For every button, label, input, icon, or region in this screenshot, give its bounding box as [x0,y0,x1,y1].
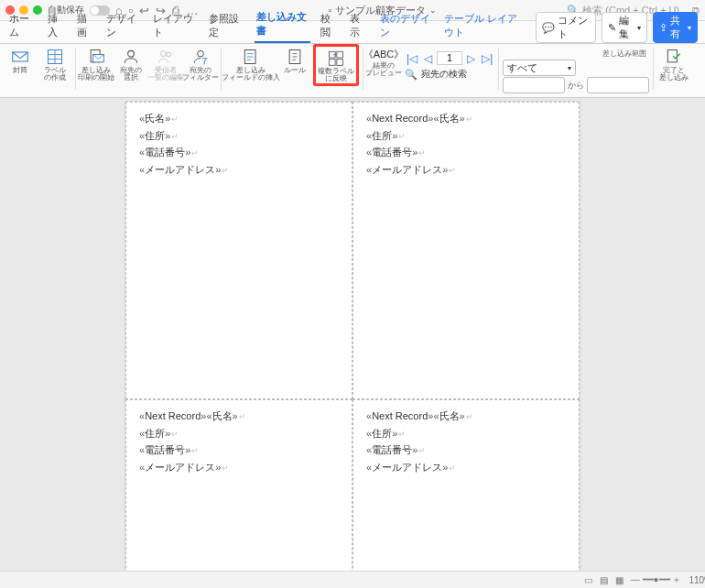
record-navigation: |◁ ◁ ▷ ▷| [405,51,494,65]
merge-field-line: 住所↵ [139,127,339,145]
merge-field-line: 住所↵ [366,425,566,442]
merge-field-line: メールアドレス↵ [139,161,339,179]
prev-record-button[interactable]: ◁ [422,52,434,65]
ribbon: 封筒 ラベル の作成 差し込み 印刷の開始 宛先の 選択 受信者 一覧の編集 宛… [0,44,705,98]
label-sheet: 氏名↵住所↵電話番号↵メールアドレス↵Next Record氏名↵住所↵電話番号… [125,102,580,588]
document-canvas[interactable]: 氏名↵住所↵電話番号↵メールアドレス↵Next Record氏名↵住所↵電話番号… [0,98,705,588]
merge-field-line: Next Record氏名↵ [366,408,566,425]
autosave-toggle[interactable] [90,5,110,16]
svg-point-9 [167,52,171,57]
envelopes-button[interactable]: 封筒 [4,46,37,74]
tab-10[interactable]: テーブル レイアウト [442,8,527,43]
chevron-down-icon: ▾ [688,24,691,32]
svg-rect-19 [337,60,343,66]
svg-rect-20 [668,50,678,62]
range-to-input[interactable] [587,77,649,93]
merge-field-line: 住所↵ [366,127,566,145]
view-focus-icon[interactable]: ▭ [584,575,592,585]
merge-range-group: 差し込み範囲 すべて▾ から [503,49,649,93]
zoom-slider[interactable]: — ━━●━━ ＋ [631,573,682,586]
editing-button[interactable]: ✎編集▾ [602,12,646,43]
svg-rect-17 [337,51,343,58]
from-label: から [568,80,584,92]
share-button[interactable]: ⇪共有▾ [653,12,698,43]
range-from-input[interactable] [503,77,565,93]
tab-5[interactable]: 参照設定 [207,8,245,43]
zoom-level[interactable]: 110% [689,575,705,585]
merge-field-line: Next Record氏名↵ [139,408,339,425]
view-web-icon[interactable]: ▦ [615,575,624,585]
range-select[interactable]: すべて▾ [503,60,576,76]
view-print-icon[interactable]: ▤ [600,575,608,585]
update-labels-button[interactable]: 複数ラベル に反映 [313,44,359,86]
merge-field-line: 電話番号↵ [366,441,566,459]
svg-rect-18 [330,60,336,66]
merge-field-line: メールアドレス↵ [366,459,566,476]
merge-field-line: メールアドレス↵ [139,459,339,476]
comment-icon: 💬 [542,22,555,34]
find-recipient-button[interactable]: 宛先の検索 [421,68,467,81]
edit-recipients-button[interactable]: 受信者 一覧の編集 [149,46,182,82]
svg-point-8 [161,51,167,57]
tab-1[interactable]: 挿入 [46,8,67,43]
label-cell[interactable]: Next Record氏名↵住所↵電話番号↵メールアドレス↵ [352,399,580,588]
merge-field-line: Next Record氏名↵ [366,110,566,127]
merge-field-line: 電話番号↵ [366,144,566,161]
chevron-down-icon: ▾ [568,64,571,72]
comments-button[interactable]: 💬コメント [536,12,596,43]
filter-recipients-button[interactable]: 宛先の フィルター [184,46,217,82]
tab-7[interactable]: 校閲 [319,8,340,43]
abc-icon: 《ABC》 [363,48,405,61]
status-bar: ▭ ▤ ▦ — ━━●━━ ＋ 110% [0,571,705,588]
label-cell[interactable]: Next Record氏名↵住所↵電話番号↵メールアドレス↵ [125,399,352,588]
chevron-down-icon: ▾ [637,24,641,32]
merge-field-line: 氏名↵ [139,110,339,127]
svg-point-7 [128,50,135,57]
tab-3[interactable]: デザイン [104,8,143,43]
tab-9[interactable]: 表のデザイン [378,8,435,43]
merge-field-line: メールアドレス↵ [366,161,566,179]
search-icon: 🔍 [405,69,418,81]
start-mail-merge-button[interactable]: 差し込み 印刷の開始 [80,46,113,82]
first-record-button[interactable]: |◁ [405,52,419,65]
merge-field-line: 住所↵ [139,425,339,442]
last-record-button[interactable]: ▷| [480,52,494,65]
labels-button[interactable]: ラベル の作成 [38,46,71,82]
pencil-icon: ✎ [608,22,616,34]
merge-field-line: 電話番号↵ [139,441,339,459]
label-cell[interactable]: Next Record氏名↵住所↵電話番号↵メールアドレス↵ [352,102,580,399]
ribbon-tabs: ホーム挿入描画デザインレイアウト参照設定差し込み文書校閲表示表のデザインテーブル… [0,21,705,44]
tab-4[interactable]: レイアウト [151,8,199,43]
merge-field-line: 電話番号↵ [139,144,339,161]
select-recipients-button[interactable]: 宛先の 選択 [114,46,147,82]
tab-6[interactable]: 差し込み文書 [255,6,311,43]
label-cell[interactable]: 氏名↵住所↵電話番号↵メールアドレス↵ [125,102,352,399]
record-number-input[interactable] [437,51,462,65]
rules-button[interactable]: ルール [278,46,311,74]
insert-merge-field-button[interactable]: 差し込み フィールドの挿入 [225,46,277,82]
tab-8[interactable]: 表示 [348,8,369,43]
share-icon: ⇪ [659,22,667,34]
finish-merge-button[interactable]: 完了と 差し込み [657,46,690,82]
range-label: 差し込み範囲 [503,49,649,59]
svg-point-10 [198,50,204,57]
preview-results-button[interactable]: 《ABC》 結果の プレビュー [367,46,400,78]
tab-0[interactable]: ホーム [7,8,38,43]
next-record-button[interactable]: ▷ [465,52,477,65]
